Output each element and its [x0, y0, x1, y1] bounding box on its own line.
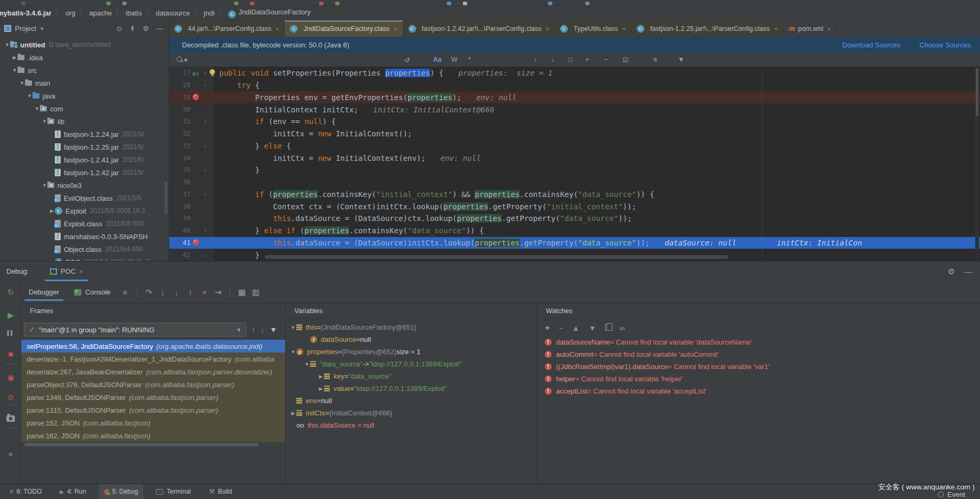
filter-search-icon[interactable]: ☑ — [622, 56, 628, 64]
project-panel-header[interactable]: Project ▼ ⊙⇞⚙— — [0, 20, 169, 37]
editor-tab[interactable]: Cfastjson-1.2.42.jar!\...\ParserConfig.c… — [403, 20, 555, 37]
tree-item[interactable]: ▶.idea — [0, 51, 169, 64]
breakpoint-icon[interactable] — [193, 239, 199, 246]
close-icon[interactable]: × — [774, 26, 777, 32]
event-log-button[interactable]: Event — [938, 490, 965, 498]
statusbar-item-todo[interactable]: ≡6: TODO — [4, 484, 47, 499]
close-icon[interactable]: × — [79, 268, 82, 275]
tree-item[interactable]: ▶CExploit2021/5/5 0005 16:3 — [0, 204, 169, 217]
tree-expand-icon[interactable]: ▼ — [41, 183, 47, 188]
fold-icon[interactable]: ▾ — [201, 228, 210, 233]
frame-row[interactable]: parse:1349, DefaultJSONParser(com.alibab… — [21, 391, 285, 404]
variable-row[interactable]: oothis.dataSource = null — [286, 419, 537, 431]
show-watches-icon[interactable]: ∞ — [619, 324, 625, 332]
code-editor[interactable]: 27o↑▾public void setProperties(Propertie… — [169, 67, 980, 261]
search-history-icon[interactable]: ▾ — [184, 56, 187, 64]
tree-item[interactable]: ▼main — [0, 77, 169, 89]
add-watch-icon[interactable]: + — [545, 323, 550, 333]
tree-item[interactable]: fastjson-1.2.41.jar2021/5/ — [0, 153, 169, 166]
editor-gutter[interactable]: 39 — [169, 212, 214, 225]
editor-gutter[interactable]: 36 — [169, 176, 214, 189]
tree-item[interactable]: fastjson-1.2.25.jar2021/5/ — [0, 141, 169, 153]
override-method-icon[interactable]: o↑ — [192, 70, 199, 77]
tree-item[interactable]: EvilObject.class2021/5/5 — [0, 192, 169, 204]
watch-row[interactable]: !((JdbcRowSetImpl)var1).dataSource = Can… — [537, 361, 980, 373]
tree-expand-icon[interactable]: ▶ — [318, 374, 324, 379]
code-line[interactable]: 35▴ } — [169, 164, 980, 176]
stop-icon[interactable]: ■ — [0, 349, 21, 358]
debug-tab-debugger[interactable]: Debugger — [23, 281, 64, 303]
tree-item[interactable]: Object.class2021/5/4 000 — [0, 243, 169, 256]
more-icon[interactable]: » — [0, 449, 21, 458]
editor-tab[interactable]: mpom.xml× — [783, 20, 836, 37]
code-line[interactable]: 27o↑▾public void setProperties(Propertie… — [169, 67, 980, 79]
breadcrumb-item[interactable]: CJndiDataSourceFactory — [228, 8, 311, 18]
step-into-icon[interactable]: ↓ — [156, 288, 170, 297]
editor-gutter[interactable]: 31▾ — [169, 116, 214, 128]
hide-library-frames-icon[interactable]: ▼ — [270, 325, 277, 334]
editor-gutter[interactable]: 37▾ — [169, 189, 214, 201]
code-line[interactable]: 28▾ try { — [169, 79, 980, 92]
fold-icon[interactable]: ▾ — [201, 70, 210, 76]
tree-expand-icon[interactable]: ▼ — [34, 106, 40, 111]
frame-row[interactable]: parse:162, JSON(com.alibaba.fastjson) — [21, 429, 285, 442]
editor-tab[interactable]: CTypeUtils.class× — [555, 20, 632, 37]
breadcrumb-item[interactable]: apache — [89, 9, 112, 17]
tree-item[interactable]: Exploit.class2021/5/5 000 — [0, 217, 169, 230]
frame-row[interactable]: setProperties:56, JndiDataSourceFactory(… — [21, 340, 285, 353]
fold-icon[interactable]: ▴ — [201, 167, 210, 173]
thread-selector-dropdown[interactable]: ✓ "main"@1 in group "main": RUNNING ▼ — [24, 323, 246, 337]
variable-row[interactable]: ▼this = {JndiDataSourceFactory@651} — [286, 321, 537, 333]
next-occurrence-icon[interactable]: ↓ — [551, 56, 554, 63]
statusbar-item-run[interactable]: ▶4: Run — [55, 484, 92, 499]
variable-row[interactable]: ▼"data_source" -> "ldap://127.0.0.1:1389… — [286, 358, 537, 370]
remove-occurrence-icon[interactable]: − — [604, 56, 608, 63]
tree-item[interactable]: ▼java — [0, 89, 169, 102]
code-line[interactable]: 33▴ } else { — [169, 140, 980, 152]
frame-row[interactable]: parseObject:378, DefaultJSONParser(com.a… — [21, 378, 285, 391]
run-to-cursor-icon[interactable]: ⇥ — [211, 288, 225, 297]
frame-row[interactable]: deserialze:-1, FastjsonASMDeserializer_1… — [21, 353, 285, 365]
variable-row[interactable]: ▶initCtx = {InitialContext@666} — [286, 407, 537, 419]
tree-expand-icon[interactable]: ▼ — [27, 93, 32, 99]
code-line[interactable]: 41 this.dataSource = (DataSource)initCtx… — [169, 237, 980, 249]
statusbar-item-debug[interactable]: 5: Debug — [99, 484, 144, 499]
variable-row[interactable]: ▶key = "data_source" — [286, 370, 537, 382]
code-line[interactable]: 37▾ if (properties.containsKey("initial_… — [169, 189, 980, 201]
frame-row[interactable]: parse:152, JSON(com.alibaba.fastjson) — [21, 416, 285, 429]
words-icon[interactable]: W — [451, 56, 458, 63]
breakpoint-icon[interactable] — [193, 94, 199, 100]
tree-expand-icon[interactable]: ▼ — [290, 325, 296, 330]
collapse-all-icon[interactable]: ⇞ — [129, 24, 135, 32]
choose-sources-link[interactable]: Choose Sources. — [919, 41, 973, 49]
close-icon[interactable]: × — [276, 26, 279, 32]
editor-gutter[interactable]: 38 — [169, 200, 214, 212]
tree-item[interactable]: ▼lib — [0, 115, 169, 128]
pause-icon[interactable]: ▌▌ — [0, 330, 21, 336]
variable-row[interactable]: ▶value = "ldap://127.0.0.1:1389/Exploit" — [286, 382, 537, 395]
fold-icon[interactable]: ▾ — [201, 192, 210, 197]
select-all-occurrences-icon[interactable]: □ — [568, 56, 572, 63]
editor-gutter[interactable]: 40▾ — [169, 225, 214, 237]
chevron-down-icon[interactable]: ▼ — [39, 26, 44, 31]
mute-breakpoints-icon[interactable]: ⊘ — [0, 392, 21, 402]
move-watch-down-icon[interactable]: ▼ — [588, 324, 596, 332]
code-line[interactable]: 36 — [169, 176, 980, 189]
editor-vertical-scrollbar[interactable] — [975, 67, 979, 261]
tree-item[interactable]: ▶CPOC2021/5/6 0006 20:41, 7 — [0, 256, 169, 261]
tree-expand-icon[interactable]: ▼ — [12, 68, 18, 73]
editor-tab[interactable]: CJndiDataSourceFactory.class× — [285, 20, 403, 37]
code-line[interactable]: 30 InitialContext initCtx;initCtx: Initi… — [169, 103, 980, 116]
watch-row[interactable]: !helper = Cannot find local variable 'he… — [537, 373, 980, 385]
match-case-icon[interactable]: Aa — [433, 56, 442, 63]
view-breakpoints-icon[interactable]: ◉ — [0, 373, 21, 382]
close-icon[interactable]: × — [394, 26, 397, 32]
tree-item[interactable]: fastjson-1.2.42.jar2021/5/ — [0, 166, 169, 179]
tree-item[interactable]: ▼untitledD:\java_demo\untitled — [0, 38, 169, 51]
frame-row[interactable]: deserialze:267, JavaBeanDeserializer(com… — [21, 365, 285, 378]
force-step-into-icon[interactable]: ↓ — [170, 288, 184, 297]
editor-gutter[interactable]: 42▴ — [169, 249, 214, 261]
regex-reset-icon[interactable]: ↺ — [404, 56, 410, 64]
code-line[interactable]: 39 this.dataSource = (DataSource)ctx.loo… — [169, 212, 980, 225]
filter-funnel-icon[interactable]: ▼ — [678, 56, 684, 63]
